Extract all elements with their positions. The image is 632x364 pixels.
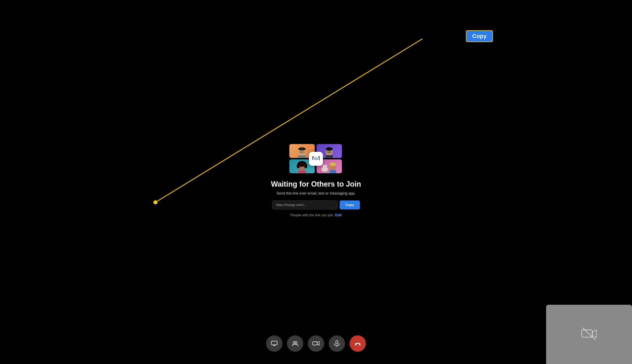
svg-point-32 bbox=[313, 156, 319, 162]
avatar-grid bbox=[289, 144, 343, 174]
svg-point-35 bbox=[295, 342, 297, 344]
bottom-toolbar bbox=[266, 336, 366, 352]
svg-point-25 bbox=[323, 164, 325, 168]
people-button[interactable] bbox=[287, 336, 303, 352]
people-link-text: People with the link can join. Edit bbox=[290, 213, 342, 217]
meeting-url-input[interactable] bbox=[272, 200, 338, 209]
camera-off-icon bbox=[581, 326, 597, 342]
svg-rect-33 bbox=[271, 341, 277, 345]
microphone-button[interactable] bbox=[329, 336, 345, 352]
preview-panel bbox=[546, 305, 632, 364]
end-call-button[interactable] bbox=[350, 336, 366, 352]
svg-rect-36 bbox=[313, 342, 317, 345]
link-icon-overlay bbox=[309, 152, 323, 166]
svg-marker-43 bbox=[592, 330, 596, 338]
svg-rect-15 bbox=[326, 155, 333, 158]
main-content: Waiting for Others to Join Send this lin… bbox=[271, 144, 361, 217]
svg-rect-8 bbox=[298, 155, 306, 158]
svg-point-20 bbox=[304, 164, 307, 168]
svg-point-1 bbox=[153, 200, 157, 204]
copy-button[interactable]: Copy bbox=[340, 200, 360, 209]
svg-point-11 bbox=[326, 147, 333, 151]
svg-rect-21 bbox=[298, 170, 306, 173]
link-icon bbox=[312, 155, 320, 163]
svg-point-7 bbox=[298, 147, 306, 150]
waiting-title: Waiting for Others to Join bbox=[271, 180, 361, 188]
edit-link[interactable]: Edit bbox=[335, 213, 342, 217]
svg-rect-29 bbox=[330, 170, 336, 173]
svg-point-19 bbox=[297, 164, 300, 168]
waiting-subtitle: Send this link over email, text or messa… bbox=[276, 191, 356, 196]
svg-rect-42 bbox=[582, 330, 592, 337]
svg-rect-38 bbox=[336, 340, 338, 344]
annotation-copy-label: Copy bbox=[466, 30, 493, 42]
svg-point-26 bbox=[325, 164, 327, 168]
screen-share-button[interactable] bbox=[266, 336, 282, 352]
video-button[interactable] bbox=[308, 336, 324, 352]
svg-point-34 bbox=[293, 342, 295, 344]
link-row: Copy bbox=[272, 200, 360, 209]
svg-point-28 bbox=[330, 162, 336, 166]
svg-marker-37 bbox=[317, 342, 319, 345]
